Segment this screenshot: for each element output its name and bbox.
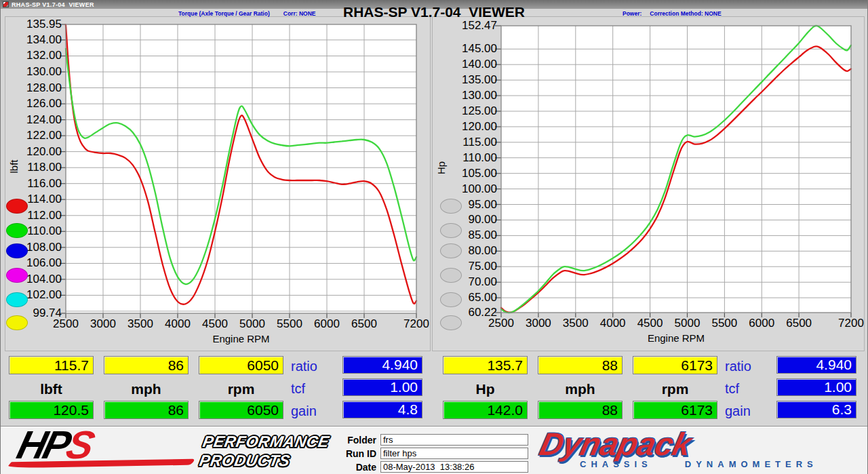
power-plot[interactable] <box>501 26 851 313</box>
ratio-value: 4.940 <box>776 356 856 374</box>
gain-value: 6.3 <box>776 401 856 418</box>
x-tick-label: 5500 <box>703 317 745 330</box>
x-tick-label: 3500 <box>119 318 161 330</box>
legend-dot-inactive-3[interactable] <box>440 243 462 258</box>
x-tick-label: 2500 <box>480 317 522 330</box>
y-tick-label: 115.00 <box>447 136 497 149</box>
torque-header-label: Torque (Axle Torque / Gear Ratio) <box>178 10 270 17</box>
viewer-window: RHAS-SP V1.7-04 VIEWER RHAS-SP V1.7-04 V… <box>0 0 868 474</box>
x-tick-label: 7200 <box>395 318 437 330</box>
tcf-label: tcf <box>725 381 770 397</box>
window-title: RHAS-SP V1.7-04 VIEWER <box>12 1 94 8</box>
cursor-rpm-value: 6173 <box>633 356 717 374</box>
y-tick-label: 105.00 <box>447 167 497 180</box>
rpm-unit-label: rpm <box>633 381 717 397</box>
hps-tagline-line2: PRODUCTS <box>198 451 328 470</box>
cursor-speed-value: 88 <box>538 356 623 374</box>
cursor-rpm-value: 6050 <box>199 356 283 374</box>
hps-wordmark: HPS <box>13 424 96 466</box>
hps-tagline-line1: PERFORMANCE <box>201 432 331 451</box>
compare-power-value: 142.0 <box>443 401 528 419</box>
torque-chart-panel: lbft Engine RPM 135.95134.00132.00130.00… <box>5 16 431 351</box>
dynapack-chassis-text: CHASSIS <box>580 459 652 469</box>
compare-rpm-value: 6050 <box>199 401 283 419</box>
folder-label: Folder <box>338 435 380 446</box>
x-tick-label: 6500 <box>778 317 820 330</box>
y-tick-label: 120.00 <box>447 121 497 133</box>
legend-dot-inactive-6[interactable] <box>440 315 462 330</box>
x-tick-label: 7200 <box>830 317 868 330</box>
x-tick-label: 3000 <box>517 317 559 330</box>
cursor-torque-value: 115.7 <box>9 356 94 374</box>
legend-dot-green[interactable] <box>6 223 28 238</box>
x-tick-label: 6000 <box>741 317 783 330</box>
legend-dot-cyan[interactable] <box>6 292 28 307</box>
x-tick-label: 3000 <box>82 318 124 330</box>
cursor-power-value: 135.7 <box>443 356 528 374</box>
date-label: Date <box>338 462 380 473</box>
y-tick-label: 135.95 <box>12 18 62 31</box>
date-field[interactable] <box>380 461 528 473</box>
gain-label: gain <box>725 403 770 419</box>
x-tick-label: 5000 <box>231 318 273 330</box>
compare-torque-value: 120.5 <box>9 401 94 419</box>
titlebar[interactable]: RHAS-SP V1.7-04 VIEWER <box>1 0 867 9</box>
ratio-label: ratio <box>291 359 336 374</box>
legend-dot-yellow[interactable] <box>6 315 28 330</box>
legend-dot-red[interactable] <box>6 199 28 214</box>
y-tick-label: 130.00 <box>447 90 497 102</box>
torque-correction-label: Corr: NONE <box>283 10 316 17</box>
legend-dot-blue[interactable] <box>6 243 28 258</box>
power-unit-label: Hp <box>443 381 528 397</box>
legend-dot-inactive-4[interactable] <box>440 268 462 283</box>
cursor-speed-value: 86 <box>104 356 189 374</box>
ratio-label: ratio <box>725 359 770 374</box>
torque-x-axis-label: Engine RPM <box>66 333 416 344</box>
tcf-label: tcf <box>291 381 336 397</box>
y-tick-label: 126.00 <box>12 98 62 110</box>
x-tick-label: 4500 <box>194 318 236 330</box>
gain-value: 4.8 <box>342 401 422 418</box>
legend-dot-inactive-5[interactable] <box>440 292 462 307</box>
y-tick-label: 134.00 <box>12 34 62 46</box>
hps-tagline: PERFORMANCE PRODUCTS <box>198 432 331 470</box>
app-icon <box>3 1 9 7</box>
x-tick-label: 4000 <box>592 317 634 330</box>
compare-speed-value: 88 <box>538 401 623 419</box>
y-tick-label: 120.00 <box>12 146 62 158</box>
y-tick-label: 100.00 <box>447 183 497 195</box>
power-header-label: Power: <box>623 10 642 17</box>
power-chart-header: Power: Correction Method: NONE <box>623 10 722 17</box>
power-x-axis-label: Engine RPM <box>501 332 851 344</box>
y-tick-label: 135.00 <box>447 74 497 86</box>
y-tick-label: 110.00 <box>447 152 497 164</box>
speed-unit-label: mph <box>104 381 189 397</box>
footer: HPS PERFORMANCE PRODUCTS Folder Run ID D… <box>1 426 867 474</box>
tcf-value: 1.00 <box>342 378 422 396</box>
y-tick-label: 152.47 <box>447 20 497 32</box>
x-tick-label: 5000 <box>666 317 708 330</box>
legend-dot-magenta[interactable] <box>6 268 28 283</box>
run-id-field[interactable] <box>380 448 528 459</box>
folder-field[interactable] <box>380 434 528 446</box>
gain-label: gain <box>291 403 336 419</box>
dynapack-wordmark: Dynapack <box>536 425 696 462</box>
y-tick-label: 116.00 <box>12 178 62 190</box>
legend-dot-inactive-1[interactable] <box>440 199 462 214</box>
torque-unit-label: lbft <box>9 381 94 397</box>
power-readout-group: 135.7 88 6173 Hp mph rpm 142.0 88 6173 r… <box>435 353 868 424</box>
y-tick-label: 140.00 <box>447 58 497 71</box>
y-tick-label: 124.00 <box>12 114 62 126</box>
y-tick-label: 122.00 <box>12 130 62 142</box>
x-tick-label: 4000 <box>157 318 199 330</box>
ratio-value: 4.940 <box>342 356 422 374</box>
x-tick-label: 3500 <box>555 317 597 330</box>
compare-speed-value: 86 <box>104 401 189 419</box>
y-tick-label: 125.00 <box>447 105 497 117</box>
legend-dot-inactive-2[interactable] <box>440 223 462 238</box>
run-id-label: Run ID <box>338 448 380 459</box>
dynapack-dynamometers-text: DYNAMOMETERS <box>685 459 818 469</box>
dynapack-subtitle: CHASSIS DYNAMOMETERS <box>580 459 818 469</box>
torque-plot[interactable] <box>66 24 416 313</box>
x-tick-label: 4500 <box>629 317 671 330</box>
